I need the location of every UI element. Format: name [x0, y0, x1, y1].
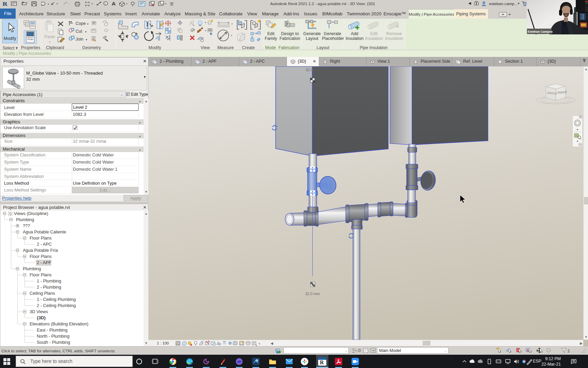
svg-text:▾: ▾	[85, 30, 86, 33]
svg-text:Join: Join	[76, 37, 83, 42]
svg-text:1: 1	[104, 2, 106, 5]
svg-text:32.0 mm: 32.0 mm	[305, 292, 320, 296]
svg-text:R: R	[3, 1, 8, 7]
svg-text:‹: ‹	[259, 341, 260, 346]
svg-text:R: R	[320, 359, 324, 365]
svg-text:A: A	[112, 1, 116, 6]
svg-text::1: :1	[567, 349, 570, 353]
svg-text:RIGHT: RIGHT	[558, 91, 568, 94]
svg-text:Cut: Cut	[76, 29, 82, 34]
svg-text:▾: ▾	[87, 22, 88, 26]
svg-text:Cope: Cope	[76, 21, 86, 26]
svg-text:32.0: 32.0	[306, 68, 313, 72]
svg-text:▾: ▾	[86, 38, 87, 41]
svg-text:FRONT: FRONT	[547, 91, 557, 95]
svg-text:Esteban Campos: Esteban Campos	[528, 30, 553, 33]
